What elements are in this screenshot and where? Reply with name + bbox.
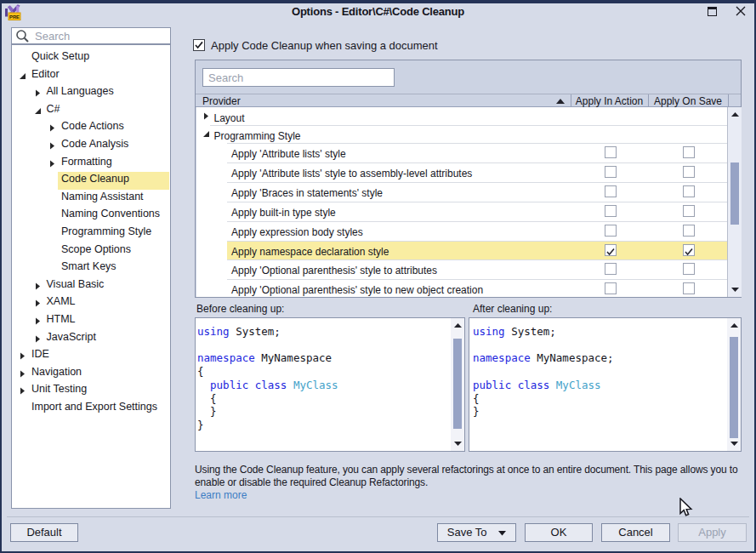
in-action-checkbox[interactable] xyxy=(605,244,617,256)
in-action-checkbox[interactable] xyxy=(605,185,617,197)
scroll-up-icon[interactable] xyxy=(454,323,462,328)
ok-button[interactable]: OK xyxy=(525,523,593,542)
before-scrollbar[interactable] xyxy=(451,318,464,451)
tree-item-label: IDE xyxy=(31,349,49,360)
scrollbar-thumb[interactable] xyxy=(730,162,739,225)
grid-row-apply-attribute-lists-style-to-assembly-level-attributes[interactable]: Apply 'Attribute lists' style to assembl… xyxy=(196,162,728,182)
tree-item-html[interactable]: HTML xyxy=(12,312,170,330)
tree-item-code-analysis[interactable]: Code Analysis xyxy=(12,137,170,155)
tree-collapsed-icon[interactable] xyxy=(48,142,56,150)
scroll-down-icon[interactable] xyxy=(454,442,462,446)
grid-row-label: Apply 'Attribute lists' style to assembl… xyxy=(231,168,472,179)
grid-row-layout[interactable]: Layout xyxy=(196,107,728,125)
scrollbar-thumb[interactable] xyxy=(453,339,462,429)
options-tree: Quick SetupEditorAll LanguagesC#Code Act… xyxy=(11,44,171,509)
tree-item-naming-conventions[interactable]: Naming Conventions xyxy=(12,207,170,225)
tree-item-programming-style[interactable]: Programming Style xyxy=(12,225,170,242)
grid-row-apply-braces-in-statements-style[interactable]: Apply 'Braces in statements' style xyxy=(196,182,728,202)
tree-item-javascript[interactable]: JavaScript xyxy=(12,330,170,348)
sidebar-search-placeholder: Search xyxy=(35,30,70,43)
tree-collapsed-icon[interactable] xyxy=(34,299,42,307)
tree-collapsed-icon[interactable] xyxy=(34,89,42,97)
tree-item-visual-basic[interactable]: Visual Basic xyxy=(12,277,170,295)
tree-collapsed-icon[interactable] xyxy=(34,335,42,343)
tree-expanded-icon[interactable] xyxy=(19,72,26,80)
tree-item-c-[interactable]: C# xyxy=(12,102,170,120)
grid-search-input[interactable]: Search xyxy=(202,68,395,87)
tree-collapsed-icon[interactable] xyxy=(48,160,56,168)
scroll-up-icon[interactable] xyxy=(731,112,739,117)
in-action-checkbox[interactable] xyxy=(605,225,617,237)
tree-item-quick-setup[interactable]: Quick Setup xyxy=(12,49,170,67)
grid-row-apply-attribute-lists-style[interactable]: Apply 'Attribute lists' style xyxy=(196,143,728,162)
tree-item-code-cleanup[interactable]: Code Cleanup xyxy=(12,172,170,190)
apply-on-save-checkbox[interactable] xyxy=(193,39,205,51)
apply-button[interactable]: Apply xyxy=(678,523,747,542)
on-save-checkbox[interactable] xyxy=(683,282,695,294)
grid-vertical-scrollbar[interactable] xyxy=(727,107,742,297)
default-button[interactable]: Default xyxy=(10,523,78,542)
group-collapsed-icon[interactable] xyxy=(202,112,210,120)
tree-item-label: Editor xyxy=(31,69,60,80)
on-save-checkbox[interactable] xyxy=(683,185,695,197)
save-to-button[interactable]: Save To xyxy=(437,523,516,542)
scroll-up-icon[interactable] xyxy=(730,323,738,328)
row-separator xyxy=(227,241,728,242)
code-line: namespace MyNamespace xyxy=(197,351,338,365)
tree-collapsed-icon[interactable] xyxy=(48,124,56,132)
tree-item-import-and-export-settings[interactable]: Import and Export Settings xyxy=(12,400,170,418)
grid-row-apply-optional-parenthesis-style-to-attributes[interactable]: Apply 'Optional parenthesis' style to at… xyxy=(196,259,728,279)
tree-collapsed-icon[interactable] xyxy=(19,370,26,378)
sidebar-search-input[interactable]: Search xyxy=(11,27,171,44)
code-line: } xyxy=(473,405,614,419)
close-button[interactable] xyxy=(731,4,750,20)
row-separator xyxy=(227,279,728,280)
tree-collapsed-icon[interactable] xyxy=(19,352,26,360)
tree-collapsed-icon[interactable] xyxy=(34,317,42,325)
tree-item-naming-assistant[interactable]: Naming Assistant xyxy=(12,190,170,208)
scroll-down-icon[interactable] xyxy=(730,442,738,446)
tree-item-code-actions[interactable]: Code Actions xyxy=(12,119,170,137)
grid-row-apply-built-in-type-style[interactable]: Apply built-in type style xyxy=(196,202,728,221)
scroll-down-icon[interactable] xyxy=(731,288,739,292)
tree-item-ide[interactable]: IDE xyxy=(12,347,170,365)
grid-row-programming-style[interactable]: Programming Style xyxy=(196,125,728,143)
on-save-checkbox[interactable] xyxy=(683,225,695,237)
in-action-checkbox[interactable] xyxy=(605,146,617,158)
cancel-button[interactable]: Cancel xyxy=(601,523,670,542)
on-save-checkbox[interactable] xyxy=(683,244,695,256)
tree-collapsed-icon[interactable] xyxy=(34,282,42,290)
on-save-checkbox[interactable] xyxy=(683,166,695,178)
grid-row-apply-expression-body-styles[interactable]: Apply expression body styles xyxy=(196,221,728,241)
in-action-checkbox[interactable] xyxy=(605,166,617,178)
on-save-checkbox[interactable] xyxy=(683,263,695,275)
group-expanded-icon[interactable] xyxy=(202,130,210,138)
in-action-checkbox[interactable] xyxy=(605,282,617,294)
code-line: public class MyClass xyxy=(197,379,338,392)
tree-item-scope-options[interactable]: Scope Options xyxy=(12,242,170,260)
tree-collapsed-icon[interactable] xyxy=(19,387,26,395)
learn-more-link[interactable]: Learn more xyxy=(195,489,247,501)
on-save-checkbox[interactable] xyxy=(683,146,695,158)
in-action-checkbox[interactable] xyxy=(605,205,617,217)
tree-item-formatting[interactable]: Formatting xyxy=(12,155,170,173)
column-header-apply-on-save[interactable]: Apply On Save xyxy=(648,95,728,107)
tree-item-unit-testing[interactable]: Unit Testing xyxy=(12,382,170,400)
tree-item-editor[interactable]: Editor xyxy=(12,67,170,85)
in-action-checkbox[interactable] xyxy=(605,263,617,275)
tree-item-xaml[interactable]: XAML xyxy=(12,294,170,312)
grid-row-apply-namespace-declaration-style[interactable]: Apply namespace declaration style xyxy=(196,241,728,260)
grid-row-apply-optional-parenthesis-style-to-new-object-creation[interactable]: Apply 'Optional parenthesis' style to ne… xyxy=(196,279,728,299)
window-title: Options - Editor\C#\Code Cleanup xyxy=(0,5,756,18)
column-header-provider[interactable]: Provider xyxy=(202,95,241,107)
maximize-button[interactable] xyxy=(702,4,721,20)
scrollbar-thumb[interactable] xyxy=(730,337,738,438)
column-header-apply-in-action[interactable]: Apply In Action xyxy=(571,95,648,107)
tree-item-navigation[interactable]: Navigation xyxy=(12,365,170,383)
tree-item-smart-keys[interactable]: Smart Keys xyxy=(12,259,170,277)
tree-item-label: All Languages xyxy=(47,86,114,97)
after-scrollbar[interactable] xyxy=(727,318,741,451)
tree-item-all-languages[interactable]: All Languages xyxy=(12,84,170,102)
on-save-checkbox[interactable] xyxy=(683,205,695,217)
tree-expanded-icon[interactable] xyxy=(34,107,42,115)
